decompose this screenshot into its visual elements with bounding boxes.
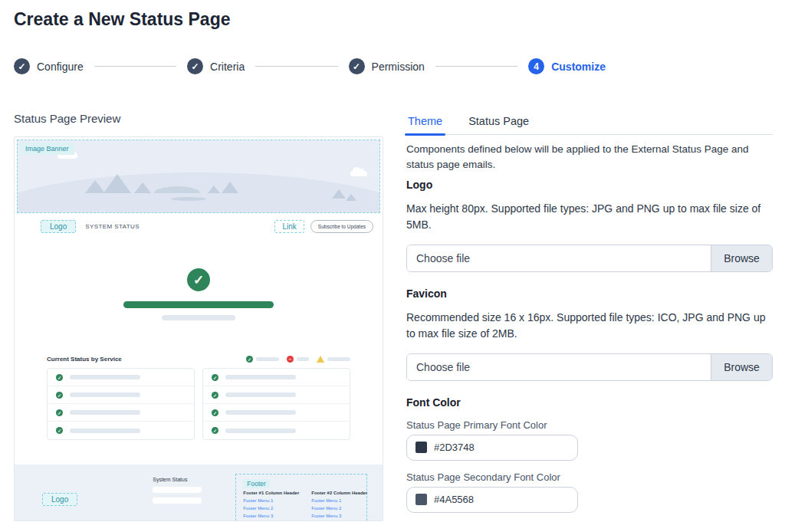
favicon-section-description: Recommended size 16 x 16px. Supported fi… xyxy=(406,310,773,342)
preview-body: ✓ Current Status by Service ✓ − ✓ ✓ ✓ ✓ xyxy=(15,268,383,440)
step-number-badge: 4 xyxy=(528,58,544,74)
cloud-icon xyxy=(350,171,367,176)
service-row: ✓ xyxy=(203,369,350,386)
secondary-font-color-label: Status Page Secondary Font Color xyxy=(406,471,773,483)
status-headline-bar xyxy=(123,301,274,308)
footer-logo-placeholder[interactable]: Logo xyxy=(42,493,77,506)
status-ok-icon: ✓ xyxy=(187,268,210,291)
service-row: ✓ xyxy=(48,369,194,386)
service-card: ✓ ✓ ✓ ✓ xyxy=(202,368,350,440)
operational-icon: ✓ xyxy=(56,427,63,434)
subscribe-updates-button[interactable]: Subscribe to Updates xyxy=(310,220,373,233)
lake-graphic xyxy=(171,197,206,201)
page-title: Create a New Status Page xyxy=(14,9,231,30)
logo-section-description: Max height 80px. Supported file types: J… xyxy=(406,201,773,233)
logo-section-heading: Logo xyxy=(406,179,773,191)
outage-icon: − xyxy=(287,356,294,363)
degraded-icon xyxy=(317,356,324,363)
step-label: Criteria xyxy=(210,61,245,73)
footer-menu-link[interactable]: Footer Menu 2 xyxy=(243,506,299,511)
operational-icon: ✓ xyxy=(212,409,218,416)
operational-icon: ✓ xyxy=(56,409,63,416)
create-status-page-wizard: Create a New Status Page ✓ Configure ✓ C… xyxy=(0,0,785,532)
primary-font-color-field[interactable]: #2D3748 xyxy=(406,435,578,461)
favicon-file-input[interactable] xyxy=(407,354,711,380)
step-label: Customize xyxy=(551,61,606,73)
operational-icon: ✓ xyxy=(56,392,63,399)
secondary-color-value: #4A5568 xyxy=(434,494,474,505)
footer-placeholder-bar xyxy=(153,498,202,504)
footer-menu-link[interactable]: Footer Menu 3 xyxy=(243,514,299,518)
footer-menu-link[interactable]: Footer Menu 1 xyxy=(311,498,367,503)
tab-theme[interactable]: Theme xyxy=(406,113,444,134)
service-row: ✓ xyxy=(203,386,350,404)
stepper-connector xyxy=(435,66,517,67)
footer-placeholder-bar xyxy=(153,487,202,493)
operational-icon: ✓ xyxy=(246,356,253,363)
current-status-title: Current Status by Service xyxy=(47,356,122,363)
link-placeholder[interactable]: Link xyxy=(274,220,304,233)
footer-system-status: System Status xyxy=(153,477,202,482)
status-subtext-bar xyxy=(162,315,235,320)
footer-menu-link[interactable]: Footer Menu 1 xyxy=(243,498,299,503)
service-row: ✓ xyxy=(48,386,194,404)
footer-region[interactable]: Footer Footer #1 Column Header Footer Me… xyxy=(235,474,367,521)
wizard-stepper: ✓ Configure ✓ Criteria ✓ Permission 4 Cu… xyxy=(14,58,606,74)
check-icon: ✓ xyxy=(14,58,30,74)
footer-label: Footer xyxy=(243,479,270,488)
footer-menu-link[interactable]: Footer Menu 3 xyxy=(311,514,367,518)
preview-footer: Logo System Status Footer Footer #1 Colu… xyxy=(15,465,383,521)
service-row: ✓ xyxy=(48,404,194,422)
system-status-text: SYSTEM STATUS xyxy=(85,223,140,230)
operational-icon: ✓ xyxy=(212,392,218,399)
primary-color-value: #2D3748 xyxy=(434,442,475,453)
tab-status-page[interactable]: Status Page xyxy=(467,113,530,134)
primary-color-swatch xyxy=(415,442,427,453)
step-configure[interactable]: ✓ Configure xyxy=(14,58,84,74)
secondary-color-swatch xyxy=(415,494,427,505)
step-customize[interactable]: 4 Customize xyxy=(528,58,606,74)
image-banner-region[interactable]: Image Banner xyxy=(17,140,380,213)
favicon-file-row: Browse xyxy=(406,353,773,381)
logo-file-row: Browse xyxy=(406,245,773,272)
image-banner-label: Image Banner xyxy=(20,143,74,155)
step-criteria[interactable]: ✓ Criteria xyxy=(187,58,245,74)
font-color-heading: Font Color xyxy=(406,396,773,409)
footer-column-header: Footer #2 Column Header xyxy=(311,491,367,495)
service-row: ✓ xyxy=(48,422,194,439)
favicon-section-heading: Favicon xyxy=(406,287,773,300)
operational-icon: ✓ xyxy=(212,374,218,381)
logo-placeholder[interactable]: Logo xyxy=(41,220,76,233)
service-status-columns: ✓ ✓ ✓ ✓ ✓ ✓ ✓ ✓ xyxy=(47,368,350,440)
logo-file-input[interactable] xyxy=(407,245,711,271)
primary-font-color-label: Status Page Primary Font Color xyxy=(406,419,773,431)
check-icon: ✓ xyxy=(187,58,203,74)
preview-title: Status Page Preview xyxy=(14,112,120,125)
operational-icon: ✓ xyxy=(212,427,218,434)
step-label: Permission xyxy=(372,61,425,73)
operational-icon: ✓ xyxy=(56,374,63,381)
service-row: ✓ xyxy=(203,422,350,439)
status-legend: ✓ − xyxy=(246,356,350,363)
step-label: Configure xyxy=(37,61,84,73)
footer-column-header: Footer #1 Column Header xyxy=(243,491,299,495)
preview-header-bar: Logo SYSTEM STATUS Link Subscribe to Upd… xyxy=(15,215,383,238)
check-icon: ✓ xyxy=(349,58,365,74)
panel-description: Components defined below will be applied… xyxy=(406,142,773,173)
logo-browse-button[interactable]: Browse xyxy=(711,245,772,271)
customize-panel: Theme Status Page Components defined bel… xyxy=(406,113,773,513)
step-permission[interactable]: ✓ Permission xyxy=(349,58,425,74)
favicon-browse-button[interactable]: Browse xyxy=(711,354,772,380)
stepper-connector xyxy=(94,66,176,67)
footer-menu-link[interactable]: Footer Menu 2 xyxy=(311,506,367,511)
panel-tabs: Theme Status Page xyxy=(406,113,773,135)
status-page-preview: Image Banner Logo SYSTEM STATUS Link Sub… xyxy=(14,136,383,521)
service-card: ✓ ✓ ✓ ✓ xyxy=(47,368,195,440)
service-row: ✓ xyxy=(203,404,350,422)
stepper-connector xyxy=(255,66,337,67)
secondary-font-color-field[interactable]: #4A5568 xyxy=(406,487,578,513)
